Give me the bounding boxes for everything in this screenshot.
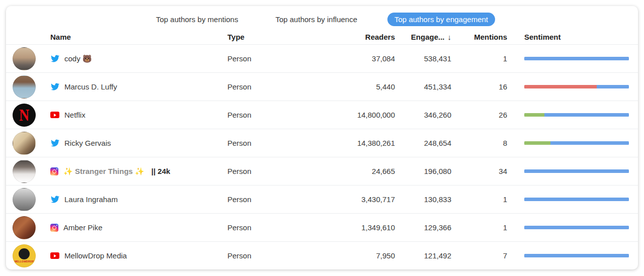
avatar-netflix-logo: N — [13, 104, 36, 127]
avatar-photo-person-blue-shirt — [13, 75, 36, 99]
instagram-icon — [50, 224, 58, 232]
author-name[interactable]: MellowDrop Media — [64, 251, 127, 260]
readers-value: 24,665 — [303, 167, 395, 175]
table-row[interactable]: Amber Pike Person 1,349,610 129,366 1 — [6, 213, 638, 241]
author-name[interactable]: cody 🐻 — [64, 54, 92, 63]
sentiment-bar — [524, 226, 629, 229]
engagement-value: 130,833 — [395, 195, 451, 204]
twitter-icon — [50, 54, 59, 63]
sentiment-segment-negative — [524, 85, 597, 88]
sentiment-segment-neutral — [597, 85, 629, 88]
author-type: Person — [227, 82, 303, 91]
tab-top-authors-by-engagement[interactable]: Top authors by engagement — [387, 13, 495, 26]
table-row[interactable]: MELLOWDROP MellowDrop Media Person 7,950… — [6, 241, 638, 269]
sort-descending-icon: ↓ — [448, 33, 452, 41]
readers-value: 1,349,610 — [303, 223, 395, 232]
avatar-label: MELLOWDROP — [15, 260, 34, 263]
mentions-value: 1 — [451, 195, 507, 204]
mentions-value: 8 — [451, 139, 507, 147]
tab-top-authors-by-influence[interactable]: Top authors by influence — [268, 13, 364, 26]
readers-value: 37,084 — [303, 54, 395, 63]
sentiment-bar — [524, 57, 629, 60]
author-type: Person — [227, 167, 303, 175]
sentiment-segment-positive — [524, 113, 544, 117]
engagement-column-label: Engage... — [411, 33, 445, 41]
mentions-value: 16 — [451, 82, 507, 91]
youtube-icon — [50, 252, 59, 259]
sentiment-segment-neutral — [524, 57, 629, 60]
author-type: Person — [227, 111, 303, 119]
avatar-photo-person-tan — [13, 47, 36, 70]
author-name[interactable]: Laura Ingraham — [64, 195, 118, 204]
mentions-column-header[interactable]: Mentions — [451, 33, 507, 41]
top-authors-panel: Top authors by mentionsTop authors by in… — [6, 6, 638, 269]
author-type: Person — [227, 195, 303, 204]
engagement-value: 248,654 — [395, 139, 451, 147]
sentiment-bar — [524, 254, 629, 257]
sentiment-bar — [524, 113, 629, 117]
avatar-photo-cat — [13, 132, 36, 155]
sentiment-segment-neutral — [524, 226, 629, 229]
twitter-icon — [50, 139, 59, 148]
author-type: Person — [227, 139, 303, 147]
table-row[interactable]: Ricky Gervais Person 14,380,261 248,654 … — [6, 129, 638, 157]
sentiment-segment-neutral — [544, 113, 629, 117]
readers-value: 14,800,000 — [303, 111, 395, 119]
readers-value: 5,440 — [303, 82, 395, 91]
author-type: Person — [227, 223, 303, 232]
author-name-suffix: || 24k — [151, 167, 171, 175]
type-column-header[interactable]: Type — [227, 33, 303, 41]
sentiment-bar — [524, 169, 629, 173]
avatar-photo-woman-white-dress — [13, 160, 36, 183]
sentiment-bar — [524, 85, 629, 88]
author-name[interactable]: Amber Pike — [63, 223, 103, 232]
instagram-icon — [50, 167, 58, 175]
twitter-icon — [50, 82, 59, 91]
twitter-icon — [50, 195, 59, 204]
author-type: Person — [227, 54, 303, 63]
table-row[interactable]: ✨ Stranger Things ✨ || 24k Person 24,665… — [6, 157, 638, 185]
mentions-value: 1 — [451, 54, 507, 63]
table-row[interactable]: N Netflix Person 14,800,000 346,260 26 — [6, 101, 638, 129]
engagement-value: 451,334 — [395, 82, 451, 91]
mentions-value: 7 — [451, 251, 507, 260]
table-row[interactable]: Marcus D. Luffy Person 5,440 451,334 16 — [6, 72, 638, 101]
engagement-value: 196,080 — [395, 167, 451, 175]
readers-value: 14,380,261 — [303, 139, 395, 147]
avatar-photo-grayscale-woman — [13, 188, 36, 211]
sentiment-segment-positive — [524, 141, 550, 145]
sentiment-bar — [524, 198, 629, 201]
readers-value: 7,950 — [303, 251, 395, 260]
sentiment-bar — [524, 141, 629, 145]
avatar-photo-auburn-woman — [13, 216, 36, 239]
engagement-value: 538,431 — [395, 54, 451, 63]
mentions-value: 1 — [451, 223, 507, 232]
table-row[interactable]: cody 🐻 Person 37,084 538,431 1 — [6, 44, 638, 72]
readers-column-header[interactable]: Readers — [303, 33, 395, 41]
engagement-value: 129,366 — [395, 223, 451, 232]
avatar-label: N — [19, 105, 29, 124]
table-body: cody 🐻 Person 37,084 538,431 1 Marcus D.… — [6, 44, 638, 269]
engagement-value: 346,260 — [395, 111, 451, 119]
avatar-mellowdrop-logo: MELLOWDROP — [13, 244, 36, 267]
sentiment-segment-neutral — [524, 198, 629, 201]
engagement-column-header[interactable]: Engage...↓ — [395, 33, 451, 41]
sentiment-column-header[interactable]: Sentiment — [507, 33, 638, 41]
author-name[interactable]: Netflix — [64, 111, 86, 119]
youtube-icon — [50, 112, 59, 118]
tab-top-authors-by-mentions[interactable]: Top authors by mentions — [149, 13, 245, 26]
engagement-value: 121,492 — [395, 251, 451, 260]
table-row[interactable]: Laura Ingraham Person 3,430,717 130,833 … — [6, 185, 638, 213]
mentions-value: 26 — [451, 111, 507, 119]
author-name[interactable]: Ricky Gervais — [64, 139, 111, 147]
tabs: Top authors by mentionsTop authors by in… — [6, 6, 638, 29]
name-column-header[interactable]: Name — [50, 33, 227, 41]
readers-value: 3,430,717 — [303, 195, 395, 204]
mentions-value: 34 — [451, 167, 507, 175]
author-name[interactable]: ✨ Stranger Things ✨ — [63, 167, 144, 176]
author-name[interactable]: Marcus D. Luffy — [64, 82, 117, 91]
sentiment-segment-neutral — [524, 254, 629, 257]
sentiment-segment-neutral — [550, 141, 629, 145]
author-type: Person — [227, 251, 303, 260]
sentiment-segment-neutral — [524, 169, 629, 173]
